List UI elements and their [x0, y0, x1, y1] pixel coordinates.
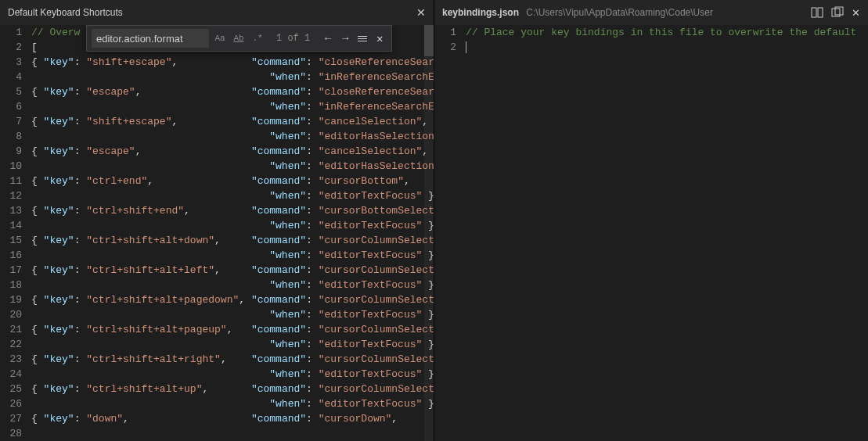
- right-tab-actions: ✕: [811, 6, 860, 19]
- left-tab-title[interactable]: Default Keyboard Shortcuts: [8, 7, 123, 18]
- right-tab-filename: keybindings.json: [442, 7, 519, 18]
- right-editor[interactable]: 12 // Place your key bindings in this fi…: [434, 25, 868, 441]
- left-gutter: 1234567891011121314151617181920212223242…: [0, 25, 31, 441]
- split-editor-icon[interactable]: [811, 6, 823, 19]
- left-tab-bar: Default Keyboard Shortcuts ✕: [0, 0, 434, 25]
- find-widget: Aa Ab .* 1 of 1 ← → ✕: [86, 25, 392, 52]
- find-next-icon[interactable]: →: [338, 32, 352, 45]
- right-tab-close-icon[interactable]: ✕: [852, 7, 860, 19]
- find-regex-toggle[interactable]: .*: [250, 30, 265, 46]
- find-prev-icon[interactable]: ←: [321, 32, 335, 45]
- find-case-toggle[interactable]: Aa: [212, 30, 228, 46]
- right-gutter: 12: [434, 25, 466, 441]
- svg-rect-1: [818, 8, 823, 17]
- left-scrollbar[interactable]: [424, 25, 434, 441]
- find-input[interactable]: [92, 29, 209, 48]
- find-count: 1 of 1: [276, 33, 310, 44]
- find-word-toggle[interactable]: Ab: [231, 30, 247, 46]
- left-scrollbar-thumb[interactable]: [424, 25, 434, 56]
- find-selection-toggle[interactable]: [355, 36, 369, 41]
- right-code-area[interactable]: // Place your key bindings in this file …: [466, 25, 868, 441]
- left-tab-close-icon[interactable]: ✕: [416, 6, 426, 19]
- right-tab-title[interactable]: keybindings.json C:\Users\Vipul\AppData\…: [442, 7, 713, 18]
- find-close-icon[interactable]: ✕: [373, 32, 387, 45]
- left-editor[interactable]: 1234567891011121314151617181920212223242…: [0, 25, 434, 441]
- left-editor-pane: Default Keyboard Shortcuts ✕ 12345678910…: [0, 0, 434, 441]
- right-editor-pane: keybindings.json C:\Users\Vipul\AppData\…: [434, 0, 868, 441]
- more-actions-icon[interactable]: [831, 6, 844, 19]
- left-code-area[interactable]: // Overw[{ "key": "shift+escape", "comma…: [31, 25, 434, 441]
- right-tab-path: C:\Users\Vipul\AppData\Roaming\Code\User: [526, 7, 713, 18]
- svg-rect-0: [812, 8, 816, 17]
- right-tab-bar: keybindings.json C:\Users\Vipul\AppData\…: [434, 0, 868, 25]
